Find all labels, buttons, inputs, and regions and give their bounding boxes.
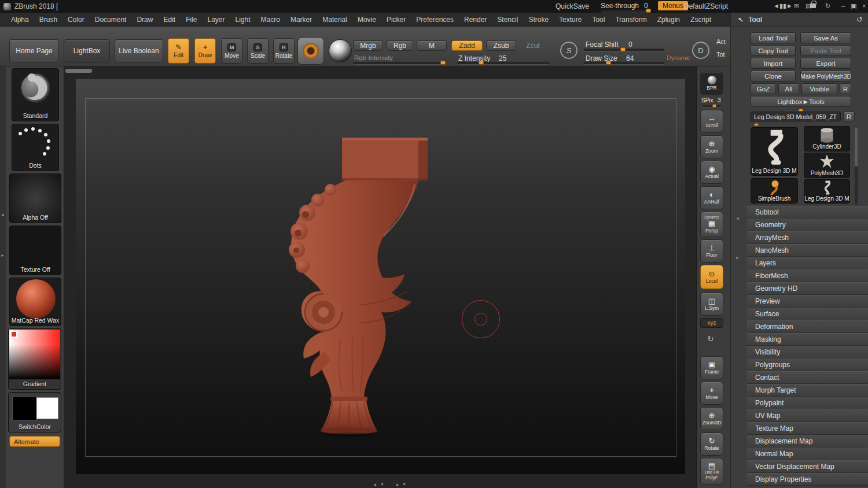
section-masking[interactable]: Masking <box>747 333 868 346</box>
menu-zscript[interactable]: Zscript <box>685 13 716 27</box>
polymesh3d-thumbnail[interactable]: PolyMesh3D <box>804 153 850 178</box>
menu-marker[interactable]: Marker <box>285 13 317 27</box>
section-surface[interactable]: Surface <box>747 308 868 320</box>
current-material-preview[interactable] <box>329 39 352 62</box>
section-geometry-hd[interactable]: Geometry HD <box>747 282 868 295</box>
menu-preferences[interactable]: Preferences <box>411 13 459 27</box>
live-boolean-button[interactable]: Live Boolean <box>115 39 163 62</box>
rgb-intensity-slider[interactable] <box>353 62 446 64</box>
section-deformation[interactable]: Deformation <box>747 320 868 333</box>
scale-button[interactable]: S Scale <box>247 38 269 64</box>
section-fibermesh[interactable]: FiberMesh <box>747 269 868 282</box>
panel-divider-left-icon[interactable]: ◄ <box>735 216 740 220</box>
secondary-color-swatch[interactable] <box>36 397 58 419</box>
lock-icon[interactable] <box>810 1 816 10</box>
section-preview[interactable]: Preview <box>747 295 868 308</box>
floor-button[interactable]: ⊥ Floor <box>700 239 723 263</box>
frame-button[interactable]: ▣ Frame <box>700 356 723 379</box>
quicksave-button[interactable]: QuickSave <box>556 2 589 10</box>
goz-all-button[interactable]: All <box>778 83 799 94</box>
menu-macro[interactable]: Macro <box>256 13 285 27</box>
section-morph-target[interactable]: Morph Target <box>747 384 868 397</box>
edit-button[interactable]: ✎ Edit <box>168 38 189 64</box>
menu-zplugin[interactable]: Zplugin <box>652 13 685 27</box>
mrgb-button[interactable]: Mrgb <box>353 40 383 51</box>
bpr-button[interactable]: BPR <box>700 72 723 95</box>
section-arraymesh[interactable]: ArrayMesh <box>747 231 868 244</box>
cylinder3d-thumbnail[interactable]: Cylinder3D <box>804 126 850 151</box>
spix-slider[interactable] <box>702 105 720 107</box>
rotate-button[interactable]: R Rotate <box>273 38 295 64</box>
save-as-button[interactable]: Save As <box>800 32 851 43</box>
menu-texture[interactable]: Texture <box>554 13 587 27</box>
section-contact[interactable]: Contact <box>747 371 868 384</box>
mail-icon[interactable]: ✉ <box>794 2 799 10</box>
export-button[interactable]: Export <box>800 58 851 69</box>
menu-document[interactable]: Document <box>90 13 132 27</box>
section-display-properties[interactable]: Display Properties <box>747 473 868 486</box>
menu-material[interactable]: Material <box>317 13 352 27</box>
switch-color-tile[interactable]: SwitchColor <box>8 392 61 432</box>
load-tool-button[interactable]: Load Tool <box>751 32 796 43</box>
menu-movie[interactable]: Movie <box>352 13 381 27</box>
canvas-scroll-up-icon[interactable]: ▲ <box>373 482 377 486</box>
leg-tool-thumbnail-2[interactable]: Leg Design 3D M <box>804 179 850 204</box>
menu-color[interactable]: Color <box>62 13 90 27</box>
move-view-button[interactable]: + Move <box>700 382 723 405</box>
current-brush-preview[interactable] <box>297 37 324 65</box>
current-material-tile[interactable]: MatCap Red Wax <box>9 278 61 326</box>
goz-r-button[interactable]: R <box>840 83 851 94</box>
minimize-icon[interactable]: – <box>841 2 845 9</box>
focal-shift-slider[interactable] <box>583 49 664 51</box>
section-uv-map[interactable]: UV Map <box>747 409 868 422</box>
lsym-button[interactable]: ◫ L.Sym <box>700 293 723 316</box>
left-divider-expand-icon[interactable]: ► <box>1 253 5 257</box>
thumbnails-scrollbar[interactable] <box>855 126 858 205</box>
move-button[interactable]: M Move <box>221 38 242 64</box>
focal-shift-thumb[interactable] <box>620 47 626 51</box>
section-geometry[interactable]: Geometry <box>747 219 868 231</box>
lightbox-button[interactable]: LightBox <box>64 39 110 62</box>
menu-draw[interactable]: Draw <box>131 13 158 27</box>
alternate-button[interactable]: Alternate <box>9 436 60 447</box>
zbrush-document[interactable] <box>76 79 685 474</box>
section-texture-map[interactable]: Texture Map <box>747 422 868 435</box>
draw-button[interactable]: + Draw <box>194 38 216 64</box>
aahalf-button[interactable]: ◐ AAHalf <box>700 186 723 209</box>
current-color-swatch[interactable] <box>10 331 17 338</box>
left-divider-collapse-icon[interactable]: ◄ <box>1 213 5 217</box>
z-intensity-slider[interactable] <box>457 62 550 64</box>
current-stroke-tile[interactable]: Dots <box>12 124 59 171</box>
menu-stroke[interactable]: Stroke <box>523 13 554 27</box>
see-through-slider[interactable] <box>601 10 650 12</box>
canvas-scroll-down-icon[interactable]: ▼ <box>380 482 384 486</box>
main-color-swatch[interactable] <box>12 396 36 420</box>
copy-tool-button[interactable]: Copy Tool <box>751 45 796 56</box>
current-alpha-tile[interactable]: Alpha Off <box>9 173 61 223</box>
scroll-button[interactable]: ↔ Scroll <box>700 110 723 133</box>
make-polymesh3d-button[interactable]: Make PolyMesh3D <box>800 71 851 82</box>
draw-size-slider[interactable] <box>583 62 664 64</box>
menu-alpha[interactable]: Alpha <box>6 13 34 27</box>
goz-visible-button[interactable]: Visible <box>801 83 837 94</box>
menu-tool[interactable]: Tool <box>587 13 610 27</box>
section-nanomesh[interactable]: NanoMesh <box>747 244 868 257</box>
current-brush-tile[interactable]: Standard <box>12 68 59 121</box>
home-page-button[interactable]: Home Page <box>9 39 59 62</box>
current-texture-tile[interactable]: Texture Off <box>9 225 61 275</box>
refresh-icon[interactable]: ↻ <box>825 2 830 10</box>
xyz-symmetry-button[interactable]: xyz <box>700 318 723 328</box>
section-vector-displacement-map[interactable]: Vector Displacement Map <box>747 460 868 473</box>
canvas-scrollbar-thumb[interactable] <box>65 69 92 73</box>
menu-render[interactable]: Render <box>459 13 492 27</box>
actual-button[interactable]: ◉ Actual <box>700 161 723 184</box>
canvas-scroll-down2-icon[interactable]: ▼ <box>402 482 406 486</box>
tool-palette-header[interactable]: ↖ Tool ↺ <box>731 13 868 27</box>
default-zscript-button[interactable]: DefaultZScript <box>684 2 728 10</box>
gyro-icon[interactable]: ↻ <box>707 334 714 343</box>
zoom3d-button[interactable]: ⊕ Zoom3D <box>700 407 723 430</box>
menu-light[interactable]: Light <box>230 13 256 27</box>
tablet-toggle-icon[interactable]: ◄▮▮► <box>773 2 793 10</box>
thumbnails-scrollbar-thumb[interactable] <box>855 127 858 167</box>
rename-tool-button[interactable]: R <box>843 112 855 121</box>
